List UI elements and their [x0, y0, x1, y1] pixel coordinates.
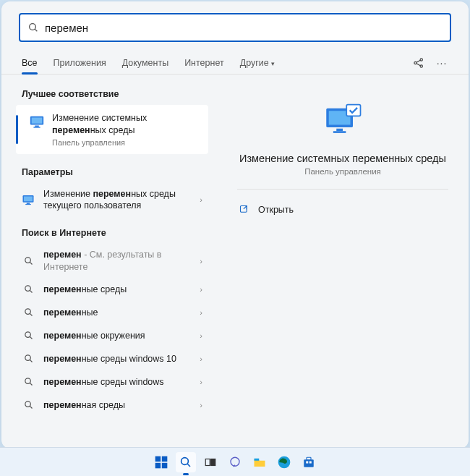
search-row — [1, 1, 469, 48]
store-button[interactable] — [299, 452, 319, 472]
tabs-row: Все Приложения Документы Интернет Другие… — [1, 48, 469, 75]
explorer-button[interactable] — [249, 452, 270, 472]
web-suggestion[interactable]: переменные › — [1, 301, 217, 324]
web-suggestion[interactable]: перемен - См. результаты в Интернете › — [1, 244, 217, 278]
svg-line-22 — [30, 337, 32, 339]
search-icon — [22, 329, 35, 342]
preview-column: Изменение системных переменных среды Пан… — [217, 75, 469, 442]
chevron-right-icon: › — [200, 308, 202, 317]
search-box[interactable] — [19, 13, 451, 42]
chevron-right-icon: › — [200, 285, 202, 294]
open-action[interactable]: Открыть — [237, 200, 448, 219]
svg-line-16 — [30, 262, 32, 264]
tab-apps[interactable]: Приложения — [54, 52, 106, 74]
edge-button[interactable] — [274, 452, 294, 472]
chat-button[interactable] — [225, 452, 245, 472]
svg-point-27 — [25, 401, 30, 407]
search-icon — [22, 375, 35, 388]
svg-point-3 — [420, 59, 422, 61]
tab-other[interactable]: Другие▾ — [240, 52, 275, 74]
start-button[interactable] — [151, 452, 171, 472]
search-input[interactable] — [39, 22, 443, 34]
web-suggestion-label: переменные — [43, 307, 200, 318]
web-suggestion[interactable]: переменные среды › — [1, 278, 217, 301]
chevron-right-icon: › — [200, 331, 202, 340]
task-view-button[interactable] — [200, 452, 221, 472]
svg-rect-14 — [25, 204, 31, 205]
svg-line-28 — [30, 407, 32, 409]
web-suggestion-label: переменные окружения — [43, 330, 200, 341]
svg-line-20 — [30, 314, 32, 316]
web-suggestion-label: переменная среды — [43, 399, 200, 411]
monitor-icon — [22, 193, 35, 206]
web-suggestion[interactable]: переменные среды windows 10 › — [1, 347, 217, 370]
web-suggestion-label: перемен - См. результаты в Интернете — [43, 249, 200, 273]
svg-line-24 — [30, 360, 32, 362]
results-column: Лучшее соответствие Изменение системных … — [1, 75, 217, 442]
svg-rect-13 — [27, 203, 30, 205]
svg-line-41 — [187, 464, 190, 467]
svg-point-0 — [30, 24, 36, 30]
chevron-down-icon: ▾ — [271, 60, 275, 67]
svg-point-15 — [25, 258, 30, 263]
svg-rect-50 — [309, 461, 312, 463]
svg-rect-37 — [162, 456, 168, 462]
search-icon — [27, 22, 39, 33]
svg-rect-43 — [211, 459, 215, 465]
svg-rect-38 — [155, 462, 161, 468]
best-match-item[interactable]: Изменение системных переменных среды Пан… — [16, 105, 208, 154]
preview-subtitle: Панель управления — [237, 167, 448, 176]
web-suggestion[interactable]: переменные среды windows › — [1, 370, 217, 394]
preview-monitor-icon — [322, 102, 363, 143]
chevron-right-icon: › — [200, 257, 202, 265]
svg-line-6 — [416, 64, 420, 66]
section-web: Поиск в Интернете — [1, 222, 217, 244]
svg-rect-12 — [24, 197, 33, 202]
svg-point-2 — [414, 61, 416, 64]
search-button[interactable] — [176, 452, 196, 472]
svg-point-21 — [25, 332, 30, 338]
section-params: Параметры — [1, 161, 217, 183]
taskbar — [0, 447, 470, 476]
param-item-label: Изменение переменных среды текущего поль… — [43, 188, 200, 212]
tab-internet[interactable]: Интернет — [184, 52, 224, 74]
param-item[interactable]: Изменение переменных среды текущего поль… — [1, 183, 217, 217]
search-icon — [22, 306, 35, 319]
open-label: Открыть — [258, 205, 294, 215]
svg-point-17 — [25, 286, 30, 292]
svg-rect-48 — [307, 457, 311, 460]
svg-rect-36 — [155, 456, 161, 462]
svg-rect-33 — [346, 105, 360, 116]
open-icon — [239, 204, 249, 215]
preview-title: Изменение системных переменных среды — [237, 153, 448, 164]
content: Лучшее соответствие Изменение системных … — [1, 75, 469, 442]
best-match-title: Изменение системных переменных среды — [52, 112, 201, 137]
svg-rect-32 — [333, 131, 346, 133]
svg-line-5 — [416, 60, 420, 62]
svg-point-19 — [25, 309, 30, 315]
more-icon[interactable]: ··· — [435, 56, 448, 69]
svg-point-44 — [231, 457, 239, 466]
svg-rect-39 — [162, 462, 168, 468]
tab-docs[interactable]: Документы — [122, 52, 168, 74]
tab-all[interactable]: Все — [22, 52, 38, 74]
web-suggestion[interactable]: переменная среды › — [1, 394, 217, 417]
search-icon — [22, 283, 35, 296]
search-icon — [22, 399, 35, 412]
chevron-right-icon: › — [200, 401, 202, 409]
chevron-right-icon: › — [200, 195, 202, 204]
share-icon[interactable] — [412, 56, 425, 69]
web-suggestion[interactable]: переменные окружения › — [1, 324, 217, 347]
search-icon — [22, 255, 35, 268]
search-icon — [22, 352, 35, 365]
web-suggestion-label: переменные среды windows 10 — [43, 353, 200, 365]
svg-line-35 — [244, 206, 247, 209]
divider — [237, 189, 448, 190]
svg-rect-49 — [306, 461, 308, 463]
svg-point-23 — [25, 355, 30, 361]
web-suggestion-label: переменные среды — [43, 284, 200, 295]
svg-point-25 — [25, 378, 30, 384]
web-suggestion-label: переменные среды windows — [43, 376, 200, 388]
search-panel: Все Приложения Документы Интернет Другие… — [1, 1, 469, 449]
svg-rect-9 — [35, 126, 39, 127]
